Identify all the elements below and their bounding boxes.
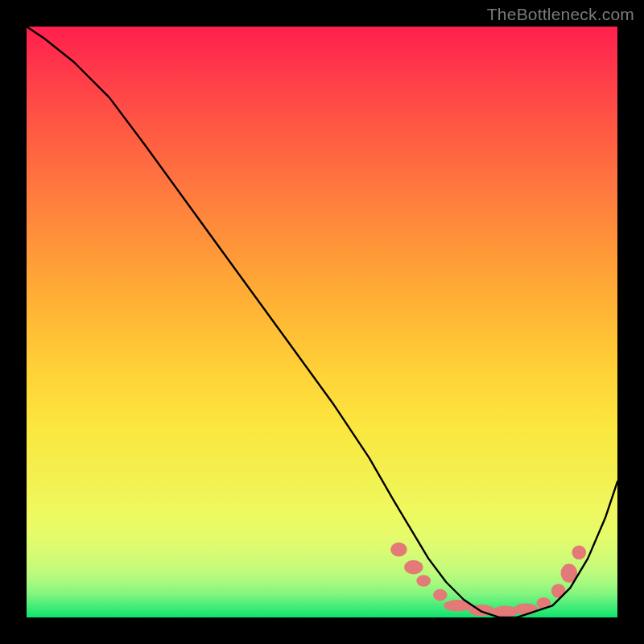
chart-svg [27, 27, 617, 617]
plot-area [27, 27, 617, 617]
chart-frame: TheBottleneck.com [0, 0, 644, 644]
highlight-dot [390, 543, 407, 557]
highlight-dot [404, 560, 423, 575]
bottleneck-curve [27, 27, 617, 617]
markers-group [390, 543, 586, 617]
highlight-dot [416, 575, 431, 587]
watermark-text: TheBottleneck.com [487, 5, 634, 24]
highlight-dot [572, 546, 587, 560]
highlight-dot [514, 603, 538, 615]
highlight-dot [433, 589, 448, 601]
